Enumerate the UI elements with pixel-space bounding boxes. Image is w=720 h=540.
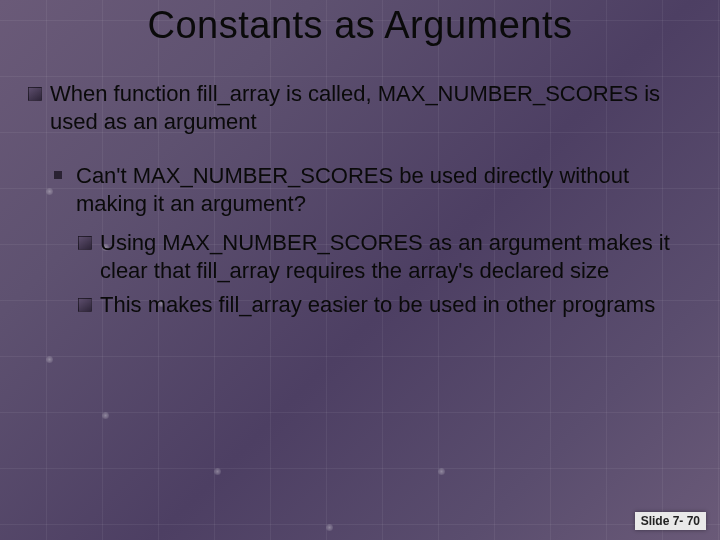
slide: Constants as Arguments When function fil… xyxy=(0,0,720,540)
slide-number: Slide 7- 70 xyxy=(635,512,706,530)
bullet-text: Using MAX_NUMBER_SCORES as an argument m… xyxy=(100,230,670,283)
grid-node-icon xyxy=(438,468,445,475)
bullet-text: This makes fill_array easier to be used … xyxy=(100,292,655,317)
bullet-level-1: When function fill_array is called, MAX_… xyxy=(28,80,696,136)
bullet-level-3: Using MAX_NUMBER_SCORES as an argument m… xyxy=(78,229,696,285)
grid-node-icon xyxy=(214,468,221,475)
bullet-level-2: Can't MAX_NUMBER_SCORES be used directly… xyxy=(54,162,696,218)
grid-node-icon xyxy=(102,412,109,419)
slide-title: Constants as Arguments xyxy=(0,4,720,47)
slide-body: When function fill_array is called, MAX_… xyxy=(28,80,696,325)
bullet-text: When function fill_array is called, MAX_… xyxy=(50,81,660,134)
bullet-level-3: This makes fill_array easier to be used … xyxy=(78,291,696,319)
grid-node-icon xyxy=(326,524,333,531)
grid-node-icon xyxy=(46,356,53,363)
bullet-text: Can't MAX_NUMBER_SCORES be used directly… xyxy=(76,163,629,216)
